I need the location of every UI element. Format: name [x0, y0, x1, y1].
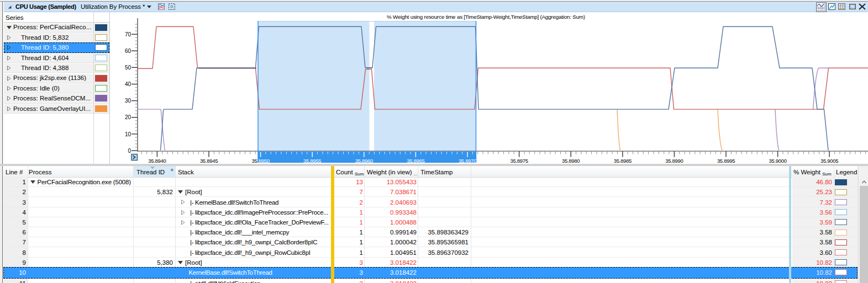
svg-text:35.8970: 35.8970	[459, 158, 476, 164]
svg-text:35.8940: 35.8940	[148, 158, 166, 164]
svg-text:0: 0	[128, 148, 131, 154]
svg-text:30: 30	[125, 98, 131, 104]
svg-text:40: 40	[125, 81, 131, 87]
svg-text:20: 20	[125, 114, 131, 120]
svg-text:35.8945: 35.8945	[200, 158, 218, 164]
svg-text:35.8980: 35.8980	[562, 158, 580, 164]
svg-text:35.8975: 35.8975	[510, 158, 528, 164]
svg-text:35.8955: 35.8955	[303, 158, 321, 164]
svg-text:35.8995: 35.8995	[717, 158, 735, 164]
svg-text:10: 10	[125, 131, 131, 137]
svg-text:35.9000: 35.9000	[769, 158, 786, 164]
svg-text:% Weight using resource time a: % Weight using resource time as [TimeSta…	[387, 14, 585, 20]
svg-text:35.8990: 35.8990	[665, 158, 683, 164]
svg-text:35.8960: 35.8960	[355, 158, 373, 164]
svg-text:60: 60	[125, 48, 131, 54]
svg-text:70: 70	[125, 31, 131, 38]
svg-text:35.8985: 35.8985	[614, 158, 632, 164]
svg-text:50: 50	[125, 65, 131, 71]
svg-text:35.8965: 35.8965	[407, 158, 424, 164]
svg-text:35.9005: 35.9005	[820, 158, 838, 164]
